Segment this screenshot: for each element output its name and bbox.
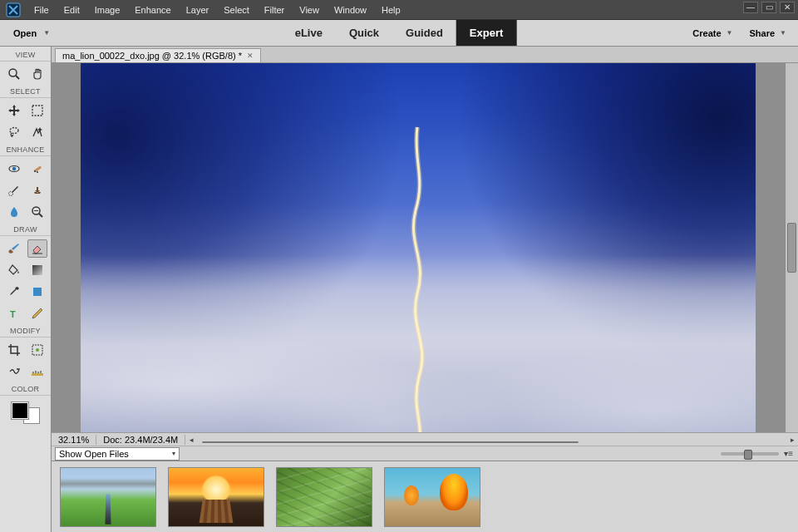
canvas-viewport bbox=[52, 63, 798, 432]
menu-layer[interactable]: Layer bbox=[179, 0, 217, 20]
open-files-dropdown[interactable]: Show Open Files bbox=[55, 447, 180, 461]
document-tab-title: ma_lion_00022_dxo.jpg @ 32.1% (RGB/8) * bbox=[62, 51, 242, 61]
canvas-scroll[interactable] bbox=[52, 63, 785, 432]
content-move-tool[interactable] bbox=[4, 362, 24, 381]
pencil-tool[interactable] bbox=[27, 304, 47, 323]
svg-point-6 bbox=[10, 128, 18, 134]
tab-guided[interactable]: Guided bbox=[392, 20, 456, 46]
open-files-row: Show Open Files ▾≡ bbox=[52, 446, 798, 461]
open-button[interactable]: Open ▼ bbox=[5, 25, 58, 42]
canvas-image[interactable] bbox=[81, 63, 756, 432]
section-enhance: ENHANCE bbox=[0, 145, 51, 156]
status-bar: 32.11% Doc: 23.4M/23.4M ◂ ▸ bbox=[52, 432, 798, 446]
tab-expert[interactable]: Expert bbox=[456, 20, 516, 46]
horizontal-scroll-thumb[interactable] bbox=[202, 441, 578, 443]
eyedropper-tool[interactable] bbox=[4, 283, 24, 301]
paint-bucket-tool[interactable] bbox=[4, 261, 24, 279]
doc-info-readout[interactable]: Doc: 23.4M/23.4M bbox=[96, 435, 185, 445]
svg-point-21 bbox=[36, 348, 39, 352]
svg-line-4 bbox=[16, 76, 19, 79]
photo-bin bbox=[52, 461, 798, 532]
svg-rect-17 bbox=[32, 265, 42, 275]
share-button[interactable]: Share ▼ bbox=[743, 25, 794, 42]
foreground-color-swatch[interactable] bbox=[12, 402, 28, 419]
sponge-tool[interactable] bbox=[27, 203, 47, 221]
menu-help[interactable]: Help bbox=[374, 0, 408, 20]
body-row: VIEW SELECT ENHANCE DRAW bbox=[0, 47, 798, 532]
caret-down-icon: ▼ bbox=[780, 29, 786, 37]
section-view: VIEW bbox=[0, 51, 51, 62]
photobin-thumb-2[interactable] bbox=[168, 467, 264, 527]
marquee-tool[interactable] bbox=[27, 101, 47, 120]
svg-rect-22 bbox=[32, 373, 43, 376]
color-swatch[interactable] bbox=[10, 401, 42, 426]
maximize-button[interactable]: ▭ bbox=[761, 2, 776, 13]
eraser-tool[interactable] bbox=[27, 239, 47, 258]
thumbnail-size-slider[interactable] bbox=[721, 452, 779, 456]
svg-rect-18 bbox=[33, 288, 42, 296]
menubar: File Edit Image Enhance Layer Select Fil… bbox=[0, 0, 798, 20]
mode-tabs: eLive Quick Guided Expert bbox=[282, 20, 517, 46]
section-color: COLOR bbox=[0, 385, 51, 396]
minimize-button[interactable]: — bbox=[743, 2, 758, 13]
close-tab-icon[interactable]: ✕ bbox=[247, 52, 254, 60]
clone-stamp-tool[interactable] bbox=[27, 181, 47, 200]
modebar-right: Create ▼ Share ▼ bbox=[686, 25, 793, 42]
menu-file[interactable]: File bbox=[27, 0, 57, 20]
document-tabs: ma_lion_00022_dxo.jpg @ 32.1% (RGB/8) * … bbox=[52, 47, 798, 63]
photobin-menu-icon[interactable]: ▾≡ bbox=[782, 449, 795, 458]
menu-image[interactable]: Image bbox=[87, 0, 128, 20]
redeye-tool[interactable] bbox=[4, 160, 24, 178]
svg-rect-5 bbox=[32, 106, 42, 116]
menu-select[interactable]: Select bbox=[216, 0, 257, 20]
zoom-tool[interactable] bbox=[4, 65, 24, 83]
window-controls: — ▭ ✕ bbox=[743, 2, 795, 13]
crop-tool[interactable] bbox=[4, 341, 24, 359]
open-files-dropdown-label: Show Open Files bbox=[59, 449, 129, 459]
spot-heal-tool[interactable] bbox=[27, 160, 47, 178]
tab-elive[interactable]: eLive bbox=[282, 20, 336, 46]
scroll-right-icon[interactable]: ▸ bbox=[786, 436, 798, 444]
lasso-tool[interactable] bbox=[4, 123, 24, 141]
menu-filter[interactable]: Filter bbox=[257, 0, 292, 20]
photobin-thumb-3[interactable] bbox=[276, 467, 372, 527]
gradient-tool[interactable] bbox=[27, 261, 47, 279]
vertical-scrollbar[interactable] bbox=[785, 63, 798, 432]
recompose-tool[interactable] bbox=[27, 341, 47, 359]
menu-view[interactable]: View bbox=[292, 0, 327, 20]
svg-point-8 bbox=[12, 167, 15, 170]
straighten-tool[interactable] bbox=[27, 362, 47, 381]
close-button[interactable]: ✕ bbox=[780, 2, 795, 13]
brush-tool[interactable] bbox=[4, 239, 24, 258]
create-label: Create bbox=[692, 28, 721, 38]
hand-tool[interactable] bbox=[27, 65, 47, 83]
create-button[interactable]: Create ▼ bbox=[686, 25, 739, 42]
modebar: Open ▼ eLive Quick Guided Expert Create … bbox=[0, 20, 798, 47]
photobin-thumb-1[interactable] bbox=[60, 467, 156, 527]
menu-window[interactable]: Window bbox=[327, 0, 374, 20]
svg-point-3 bbox=[9, 69, 17, 76]
shape-tool[interactable] bbox=[27, 283, 47, 301]
move-tool[interactable] bbox=[4, 101, 24, 120]
smart-brush-tool[interactable] bbox=[4, 181, 24, 200]
tool-panel: VIEW SELECT ENHANCE DRAW bbox=[0, 47, 52, 532]
app-logo-icon bbox=[0, 0, 27, 20]
scroll-left-icon[interactable]: ◂ bbox=[185, 436, 197, 444]
menu-enhance[interactable]: Enhance bbox=[127, 0, 178, 20]
vertical-scroll-thumb[interactable] bbox=[787, 223, 796, 273]
zoom-readout[interactable]: 32.11% bbox=[52, 435, 96, 445]
document-tab[interactable]: ma_lion_00022_dxo.jpg @ 32.1% (RGB/8) * … bbox=[55, 48, 261, 62]
text-tool[interactable]: T bbox=[4, 304, 24, 323]
menu-edit[interactable]: Edit bbox=[57, 0, 87, 20]
quick-select-tool[interactable] bbox=[27, 123, 47, 141]
photobin-thumb-4[interactable] bbox=[384, 467, 480, 527]
tab-quick[interactable]: Quick bbox=[336, 20, 392, 46]
svg-point-10 bbox=[34, 170, 36, 172]
svg-text:T: T bbox=[10, 309, 16, 319]
caret-down-icon: ▼ bbox=[43, 29, 50, 37]
section-modify: MODIFY bbox=[0, 327, 51, 337]
svg-line-14 bbox=[39, 214, 42, 217]
caret-down-icon: ▼ bbox=[727, 29, 733, 37]
svg-point-11 bbox=[37, 171, 38, 173]
blur-tool[interactable] bbox=[4, 203, 24, 221]
